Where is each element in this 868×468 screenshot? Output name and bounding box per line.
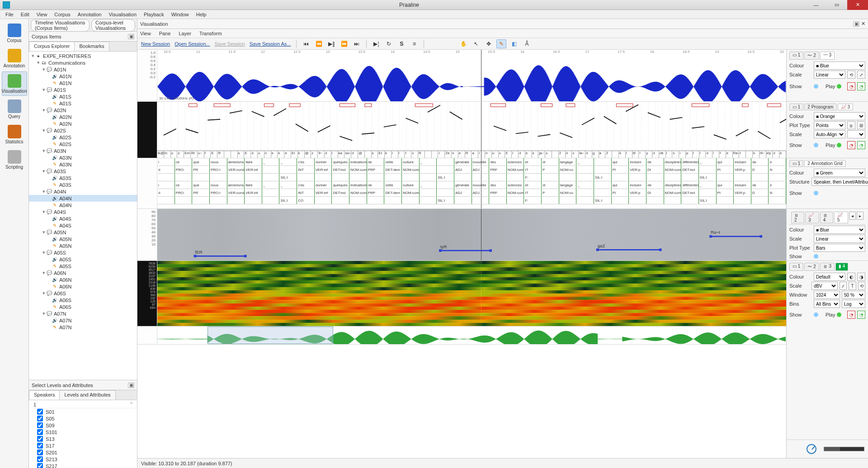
anno-cell[interactable]: VER:inf xyxy=(245,189,262,196)
anno-cell[interactable] xyxy=(315,174,332,181)
scale-select[interactable]: Linear xyxy=(814,71,845,79)
structure-select[interactable]: Speaker, then Level/Attribute xyxy=(811,178,868,186)
tree-item[interactable]: ✎A05N xyxy=(29,242,137,249)
anno-cell[interactable]: des xyxy=(489,158,507,165)
anno-cell[interactable]: VER:inf xyxy=(315,166,332,173)
speaker-row[interactable]: S201 xyxy=(31,449,135,456)
tree-item[interactable]: ▾💬A05S xyxy=(29,249,137,256)
anno-cell[interactable]: nous xyxy=(210,181,227,189)
move-tool-icon[interactable]: ✥ xyxy=(484,39,494,48)
vismenu-layer[interactable]: Layer xyxy=(179,31,191,36)
scale-reset-icon[interactable]: ⟲ xyxy=(847,71,855,79)
tree-item[interactable]: ✎A06N xyxy=(29,283,137,290)
anno-cell[interactable]: SIL:l xyxy=(279,197,297,204)
anno-cell[interactable]: di xyxy=(542,181,559,189)
anno-cell[interactable]: culture xyxy=(402,158,420,165)
anno-cell[interactable]: _ xyxy=(576,181,594,189)
speaker-row[interactable]: S101 xyxy=(31,429,135,435)
speaker-checkbox[interactable] xyxy=(37,422,43,428)
anno-cell[interactable] xyxy=(437,181,454,189)
skip-end-icon[interactable]: ⏭ xyxy=(352,39,362,48)
anno-cell[interactable] xyxy=(245,174,262,181)
anno-cell[interactable]: cette xyxy=(384,181,402,189)
anno-cell[interactable]: de xyxy=(367,181,385,189)
scale-btn-icon[interactable]: T xyxy=(849,282,856,290)
anno-cell[interactable]: différentes xyxy=(681,158,699,165)
anno-cell[interactable] xyxy=(420,174,437,181)
tree-item[interactable]: 🔊A04N xyxy=(29,195,137,202)
anno-cell[interactable]: _ xyxy=(279,158,297,165)
anno-cell[interactable] xyxy=(367,174,385,181)
anno-cell[interactable]: qui xyxy=(612,181,629,189)
anno-cell[interactable] xyxy=(717,174,734,181)
rail-corpus[interactable]: Corpus xyxy=(2,21,27,45)
anno-cell[interactable]: IT xyxy=(524,189,542,196)
open-session-link[interactable]: Open Session... xyxy=(174,41,211,47)
scale-select2[interactable] xyxy=(847,130,865,138)
tab-timeline-visualisations[interactable]: Timeline Visualisations (Corpus Items) xyxy=(31,19,90,32)
prop-tab[interactable]: ▭ 1 xyxy=(789,160,803,167)
anno-cell[interactable]: indications xyxy=(349,181,367,189)
anno-cell[interactable] xyxy=(542,174,559,181)
vis-pane-float-button[interactable]: ▣ xyxy=(853,21,859,27)
anno-cell[interactable]: DET:ind xyxy=(681,166,699,173)
menu-file[interactable]: File xyxy=(2,11,17,18)
edit-tool-icon[interactable]: ✎ xyxy=(496,39,506,48)
speaker-row[interactable]: S09 xyxy=(31,422,135,429)
anno-cell[interactable]: NOM:com xyxy=(402,189,420,196)
anno-cell[interactable] xyxy=(734,197,751,204)
anno-cell[interactable]: i xyxy=(157,158,175,165)
anno-cell[interactable] xyxy=(646,174,664,181)
anno-cell[interactable]: INT xyxy=(297,189,315,196)
anno-cell[interactable] xyxy=(245,197,262,204)
tree-item[interactable]: 🔊A01N xyxy=(29,73,137,80)
tree-item[interactable]: ▾🗂Communications xyxy=(29,59,137,66)
anno-cell[interactable]: _ xyxy=(699,181,717,189)
tree-item[interactable]: ✎A03S xyxy=(29,181,137,188)
speaker-row[interactable]: S13 xyxy=(31,435,135,442)
anno-cell[interactable]: NOM:com xyxy=(664,189,682,196)
tree-item[interactable]: ▾💬A01S xyxy=(29,86,137,93)
anno-cell[interactable]: d xyxy=(769,158,786,165)
anno-cell[interactable] xyxy=(629,197,646,204)
scale-fit-icon[interactable]: ⤢ xyxy=(857,71,865,79)
anno-cell[interactable]: SIL:l xyxy=(699,174,717,181)
anno-cell[interactable]: c'es xyxy=(297,158,315,165)
anno-cell[interactable] xyxy=(349,174,367,181)
anno-cell[interactable] xyxy=(420,166,437,173)
anno-cell[interactable] xyxy=(420,189,437,196)
anno-cell[interactable]: qui xyxy=(717,181,734,189)
anno-cell[interactable] xyxy=(576,189,594,196)
anno-cell[interactable]: D xyxy=(751,166,769,173)
anno-cell[interactable]: ADJ xyxy=(472,166,490,173)
anno-cell[interactable]: F: xyxy=(524,197,542,204)
prop-tab[interactable]: 〰 3 xyxy=(820,52,835,60)
anno-cell[interactable]: CO xyxy=(297,197,315,204)
speaker-row[interactable]: S217 xyxy=(31,463,135,468)
anno-cell[interactable]: donner xyxy=(315,158,332,165)
tree-item[interactable]: 🔊A01S xyxy=(29,93,137,100)
anno-cell[interactable]: disciplines xyxy=(664,181,682,189)
anno-cell[interactable]: de xyxy=(751,181,769,189)
tree-item[interactable]: ▾💬A06N xyxy=(29,269,137,276)
gain-dial-icon[interactable]: ◔ xyxy=(847,141,855,149)
anno-cell[interactable] xyxy=(192,174,210,181)
anno-cell[interactable]: PRO: xyxy=(175,166,193,173)
anno-cell[interactable]: PRF xyxy=(489,189,507,196)
anno-cell[interactable] xyxy=(384,197,402,204)
vismenu-pane[interactable]: Pane xyxy=(159,31,171,36)
anno-cell[interactable]: ce xyxy=(175,181,193,189)
prop-tab[interactable]: ▮ 4 xyxy=(835,263,848,271)
prop-tab[interactable]: ⫼ 4 xyxy=(820,212,833,223)
anno-cell[interactable] xyxy=(489,197,507,204)
speaker-checkbox[interactable] xyxy=(37,443,43,449)
show-toggle[interactable] xyxy=(814,254,818,259)
pan-dial-icon[interactable]: ◔ xyxy=(857,82,865,90)
anno-cell[interactable]: SIL:l xyxy=(279,174,297,181)
anno-cell[interactable]: SIL:l xyxy=(699,197,717,204)
anno-cell[interactable]: PI xyxy=(612,166,629,173)
anno-cell[interactable]: PRO: xyxy=(175,189,193,196)
anno-cell[interactable]: PR xyxy=(192,166,210,173)
loop-icon[interactable]: ↻ xyxy=(384,39,394,48)
anno-cell[interactable]: générale xyxy=(454,181,472,189)
